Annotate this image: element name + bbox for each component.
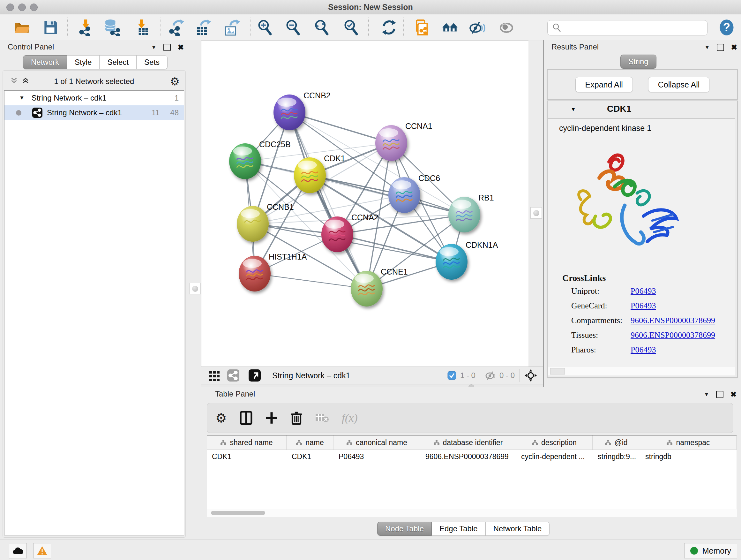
section-collapse-icon[interactable]: ▼ <box>570 106 576 113</box>
network-view-canvas[interactable]: CCNB2CCNA1CDC25BCDK1CDC6RB1CCNB1CCNA2CDK… <box>201 41 529 367</box>
open-file-button[interactable] <box>12 18 31 37</box>
zoom-out-button[interactable] <box>284 18 302 37</box>
column-header-database-identifier[interactable]: database identifier <box>420 435 516 449</box>
panel-float-icon[interactable] <box>163 44 171 51</box>
tree-expander-icon[interactable]: ▼ <box>19 95 24 101</box>
network-node-ccna1[interactable] <box>375 125 407 161</box>
network-edge[interactable] <box>255 273 367 289</box>
tab-sets[interactable]: Sets <box>137 55 167 69</box>
panel-close-icon[interactable]: ✖ <box>178 43 184 52</box>
selected-checkbox-icon[interactable] <box>448 371 456 380</box>
crosslink-link[interactable]: P06493 <box>630 287 656 296</box>
crosslink-link[interactable]: 9606.ENSP00000378699 <box>630 316 715 325</box>
gear-icon[interactable]: ⚙ <box>170 75 180 88</box>
panel-menu-icon[interactable]: ▼ <box>704 392 709 397</box>
zoom-in-button[interactable] <box>256 18 274 37</box>
zoom-fit-button[interactable] <box>313 18 331 37</box>
help-button[interactable]: ? <box>718 18 736 37</box>
tab-node-table[interactable]: Node Table <box>377 522 432 536</box>
clone-network-button[interactable] <box>413 18 431 37</box>
network-share-icon-gray[interactable] <box>227 369 239 381</box>
add-column-plus-icon[interactable] <box>265 412 278 424</box>
glass-effect-button[interactable] <box>468 18 486 37</box>
column-header-name[interactable]: name <box>286 435 333 449</box>
table-cell[interactable]: cyclin-dependent ... <box>516 450 593 463</box>
network-node-cdkn1a[interactable] <box>435 244 468 280</box>
tab-network-table[interactable]: Network Table <box>486 522 550 536</box>
panel-menu-icon[interactable]: ▼ <box>704 45 710 51</box>
export-network-button[interactable] <box>167 18 185 37</box>
string-network-graph[interactable]: CCNB2CCNA1CDC25BCDK1CDC6RB1CCNB1CCNA2CDK… <box>201 41 529 367</box>
import-network-button[interactable] <box>76 18 95 37</box>
memory-button[interactable]: Memory <box>684 543 737 558</box>
search-input[interactable] <box>564 22 703 33</box>
left-splitter[interactable] <box>188 40 201 540</box>
tab-network[interactable]: Network <box>23 55 67 69</box>
network-node-ccne1[interactable] <box>351 271 383 307</box>
network-node-hist1h1a[interactable] <box>239 256 271 292</box>
column-header-canonical-name[interactable]: canonical name <box>333 435 420 449</box>
tab-style[interactable]: Style <box>67 55 99 69</box>
network-edge[interactable] <box>289 112 367 289</box>
collapse-all-button[interactable]: Collapse All <box>648 77 710 92</box>
network-node-ccnb2[interactable] <box>273 95 306 130</box>
panel-float-icon[interactable] <box>716 391 724 398</box>
network-tree-root-row[interactable]: ▼ String Network – cdk1 1 <box>4 91 184 105</box>
panel-menu-icon[interactable]: ▼ <box>151 45 156 51</box>
open-in-window-icon[interactable] <box>249 369 261 381</box>
column-header-description[interactable]: description <box>516 435 593 449</box>
warnings-button[interactable] <box>33 543 51 558</box>
delete-column-trash-icon[interactable] <box>291 411 302 425</box>
network-node-cdc6[interactable] <box>388 177 420 213</box>
crosslink-link[interactable]: 9606.ENSP00000378699 <box>630 330 715 340</box>
table-row[interactable]: CDK1CDK1P064939606.ENSP00000378699cyclin… <box>207 450 737 463</box>
save-session-button[interactable] <box>41 18 60 37</box>
export-image-button[interactable] <box>222 18 241 37</box>
fit-content-crosshair-icon[interactable] <box>524 369 537 382</box>
expand-all-button[interactable]: Expand All <box>576 77 633 92</box>
column-header--id[interactable]: @id <box>593 435 640 449</box>
table-cell[interactable]: stringdb <box>640 450 737 463</box>
column-header-namespac[interactable]: namespac <box>640 435 737 449</box>
cloud-status-button[interactable] <box>9 543 27 558</box>
table-settings-gear-icon[interactable]: ⚙ <box>215 411 227 425</box>
right-splitter[interactable] <box>529 41 543 367</box>
splitter-handle[interactable] <box>530 207 542 219</box>
table-cell[interactable]: stringdb:9... <box>593 450 640 463</box>
zoom-selected-button[interactable] <box>342 18 360 37</box>
column-sort-icon <box>346 440 353 445</box>
table-cell[interactable]: P06493 <box>333 450 420 463</box>
panel-float-icon[interactable] <box>717 44 724 51</box>
results-scroll-thumb[interactable] <box>550 368 565 374</box>
apply-layout-button[interactable] <box>380 18 398 37</box>
string-home-button[interactable] <box>441 18 459 37</box>
crosslink-link[interactable]: P06493 <box>630 301 656 311</box>
panel-close-icon[interactable]: ✖ <box>731 390 737 399</box>
panel-close-icon[interactable]: ✖ <box>731 43 737 52</box>
tab-string[interactable]: String <box>620 55 657 69</box>
network-node-ccna2[interactable] <box>321 216 353 252</box>
show-columns-icon[interactable] <box>240 411 253 425</box>
column-header-shared-name[interactable]: shared name <box>207 435 286 449</box>
table-cell[interactable]: 9606.ENSP00000378699 <box>420 450 516 463</box>
network-node-cdc25b[interactable] <box>229 143 261 179</box>
import-network-from-database-button[interactable] <box>103 18 122 37</box>
table-cell[interactable]: CDK1 <box>286 450 333 463</box>
table-scroll-thumb[interactable] <box>211 511 265 515</box>
table-cell[interactable]: CDK1 <box>207 450 286 463</box>
table-horizontal-scrollbar[interactable] <box>207 509 737 517</box>
import-table-button[interactable] <box>132 18 151 37</box>
crosslink-link[interactable]: P06493 <box>630 345 656 355</box>
network-node-cdk1[interactable] <box>294 158 326 193</box>
tab-edge-table[interactable]: Edge Table <box>432 522 486 536</box>
tab-select[interactable]: Select <box>99 55 137 69</box>
export-table-button[interactable] <box>194 18 212 37</box>
birds-eye-grid-icon[interactable] <box>209 370 220 381</box>
results-scrollbar[interactable] <box>548 367 735 375</box>
network-node-ccnb1[interactable] <box>237 206 269 242</box>
network-node-rb1[interactable] <box>448 197 480 233</box>
network-tree-child-row[interactable]: String Network – cdk1 11 48 <box>4 105 184 120</box>
splitter-handle[interactable] <box>189 283 201 294</box>
show-graphics-button[interactable] <box>497 18 516 37</box>
network-edge[interactable] <box>337 234 452 262</box>
